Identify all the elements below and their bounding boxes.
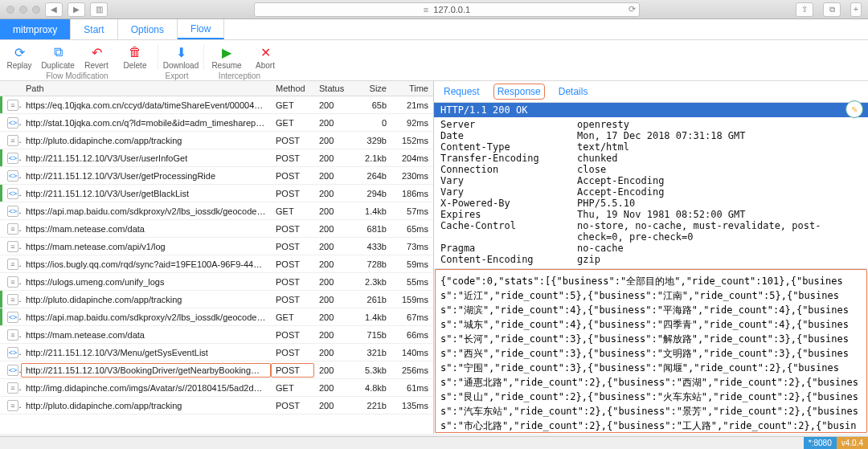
- flow-row[interactable]: ≡http://pluto.didapinche.com/app/trackin…: [0, 291, 433, 308]
- flow-method: GET: [271, 98, 314, 112]
- flow-method: POST: [271, 169, 314, 183]
- flow-status: 200: [314, 151, 350, 165]
- response-headers: ServeropenrestyDateMon, 17 Dec 2018 07:3…: [434, 117, 868, 267]
- flow-row[interactable]: ≡https://mam.netease.com/dataPOST200681b…: [0, 220, 433, 238]
- col-status[interactable]: Status: [314, 81, 350, 96]
- flow-list-header: Path Method Status Size Time: [0, 81, 433, 96]
- col-size[interactable]: Size: [350, 81, 391, 96]
- flow-url: http://pluto.didapinche.com/app/tracking: [21, 292, 271, 307]
- flow-row[interactable]: ≡https://ios.bugly.qq.com/rqd/sync?aid=1…: [0, 255, 433, 273]
- flow-row[interactable]: ≡http://pluto.didapinche.com/app/trackin…: [0, 132, 433, 149]
- flow-status: 200: [314, 398, 350, 413]
- flow-type-icon: ≡: [7, 241, 18, 252]
- header-row: ExpiresThu, 19 Nov 1981 08:52:00 GMT: [440, 209, 862, 220]
- edit-response-button[interactable]: ✎: [845, 100, 863, 118]
- statusbar: *:8080 v4.0.4: [0, 436, 868, 449]
- flow-type-icon: <>: [7, 347, 18, 358]
- revert-button[interactable]: ↶Revert: [77, 43, 116, 71]
- resp-tab-details[interactable]: Details: [555, 84, 592, 99]
- flow-row[interactable]: ≡https://ulogs.umeng.com/unify_logsPOST2…: [0, 273, 433, 291]
- flow-size: 329b: [350, 133, 391, 148]
- flow-method: GET: [271, 310, 314, 325]
- flow-size: 2.1kb: [350, 151, 391, 165]
- flow-method: POST: [271, 398, 314, 413]
- flow-row[interactable]: <>http://211.151.12.10/V3/User/userInfoG…: [0, 149, 433, 167]
- flow-row[interactable]: <>http://211.151.12.10/V3/Menu/getSysEve…: [0, 344, 433, 361]
- flow-method: POST: [271, 222, 314, 236]
- replay-button[interactable]: ⟳Replay: [0, 43, 39, 71]
- flow-row[interactable]: <>http://211.151.12.10/V3/User/getProces…: [0, 167, 433, 185]
- resp-tab-request[interactable]: Request: [440, 84, 483, 99]
- sidebar-toggle-icon[interactable]: ▥: [90, 2, 108, 17]
- max-dot[interactable]: [32, 6, 40, 14]
- duplicate-button[interactable]: ⧉Duplicate: [39, 43, 77, 71]
- flow-type-icon: ≡: [7, 400, 18, 411]
- flow-time: 186ms: [391, 186, 433, 201]
- forward-button[interactable]: ▶: [68, 2, 85, 17]
- flow-row[interactable]: ≡http://img.didapinche.com/imgs/Avatar/s…: [0, 379, 433, 397]
- flow-row[interactable]: ≡http://pluto.didapinche.com/app/trackin…: [0, 397, 433, 414]
- flow-type-icon: <>: [7, 312, 18, 323]
- min-dot[interactable]: [19, 6, 27, 14]
- flow-status: 200: [314, 116, 350, 130]
- flow-row[interactable]: <>http://211.151.12.10/V3/User/getBlackL…: [0, 185, 433, 202]
- flow-method: GET: [271, 204, 314, 218]
- resp-tab-response[interactable]: Response: [494, 84, 544, 99]
- flow-size: 294b: [350, 186, 391, 201]
- delete-button[interactable]: 🗑Delete: [116, 43, 154, 71]
- flow-type-icon: ≡: [7, 100, 18, 111]
- response-body[interactable]: {"code":0,"stats":[{"business":"全部目的地","…: [434, 268, 868, 434]
- add-tab-icon[interactable]: +: [850, 2, 862, 17]
- resume-button[interactable]: ▶Resume: [207, 43, 246, 71]
- col-time[interactable]: Time: [391, 81, 433, 96]
- download-button[interactable]: ⬇Download: [162, 43, 200, 71]
- flow-time: 152ms: [391, 133, 433, 148]
- status-version: v4.0.4: [837, 437, 868, 450]
- close-dot[interactable]: [6, 6, 14, 14]
- flow-size: 728b: [350, 257, 391, 271]
- flow-row[interactable]: <>https://api.map.baidu.com/sdkproxy/v2/…: [0, 202, 433, 220]
- flow-method: POST: [271, 292, 314, 307]
- tab-brand[interactable]: mitmproxy: [0, 19, 71, 39]
- main-tabs: mitmproxy Start Options Flow: [0, 19, 868, 40]
- flow-url: http://img.didapinche.com/imgs/Avatar/s/…: [21, 381, 271, 395]
- flow-row[interactable]: ≡https://mam.netease.com/api/v1/logPOST2…: [0, 238, 433, 255]
- col-path[interactable]: Path: [21, 81, 271, 96]
- flow-url: http://211.151.12.10/V3/User/getBlackLis…: [21, 186, 271, 201]
- flow-url: https://mam.netease.com/data: [21, 222, 271, 236]
- flow-url: https://mam.netease.com/api/v1/log: [21, 239, 271, 254]
- flow-url: https://api.map.baidu.com/sdkproxy/v2/lb…: [21, 310, 271, 325]
- flow-row[interactable]: ≡https://eq.10jqka.com.cn/ccyd/data/time…: [0, 96, 433, 114]
- flow-method: POST: [271, 151, 314, 165]
- group-modification: Flow Modification: [0, 71, 154, 80]
- abort-button[interactable]: ✕Abort: [246, 43, 285, 71]
- share-icon[interactable]: ⇪: [796, 2, 813, 17]
- tab-options[interactable]: Options: [118, 19, 178, 39]
- flow-size: 1.4kb: [350, 204, 391, 218]
- back-button[interactable]: ◀: [45, 2, 63, 17]
- flow-type-icon: ≡: [7, 382, 18, 394]
- flow-status: 200: [314, 239, 350, 254]
- flow-row[interactable]: <>https://api.map.baidu.com/sdkproxy/v2/…: [0, 308, 433, 326]
- flow-status: 200: [314, 275, 350, 289]
- flow-size: 2.3kb: [350, 275, 391, 289]
- tab-flow[interactable]: Flow: [178, 19, 224, 39]
- reload-icon[interactable]: ⟳: [628, 4, 636, 14]
- tabs-icon[interactable]: ⧉: [823, 2, 841, 17]
- flow-row[interactable]: ≡https://mam.netease.com/dataPOST200715b…: [0, 326, 433, 344]
- flow-row[interactable]: <>http://stat.10jqka.com.cn/q?ld=mobile&…: [0, 114, 433, 132]
- flow-url: https://api.map.baidu.com/sdkproxy/v2/lb…: [21, 204, 271, 218]
- address-bar[interactable]: ≡ 127.0.0.1 ⟳: [254, 2, 640, 17]
- col-method[interactable]: Method: [271, 81, 314, 96]
- tab-start[interactable]: Start: [71, 19, 117, 39]
- flow-status: 200: [314, 257, 350, 271]
- flow-type-icon: ≡: [7, 259, 18, 270]
- flow-time: 66ms: [391, 328, 433, 342]
- flow-method: POST: [271, 257, 314, 271]
- flow-status: 200: [314, 204, 350, 218]
- flow-row[interactable]: <>http://211.151.12.10/V3/BookingDriver/…: [0, 361, 433, 379]
- header-row: X-Powered-ByPHP/5.5.10: [440, 198, 862, 209]
- flow-time: 67ms: [391, 310, 433, 325]
- flow-type-icon: <>: [7, 365, 18, 376]
- flow-size: 1.4kb: [350, 310, 391, 325]
